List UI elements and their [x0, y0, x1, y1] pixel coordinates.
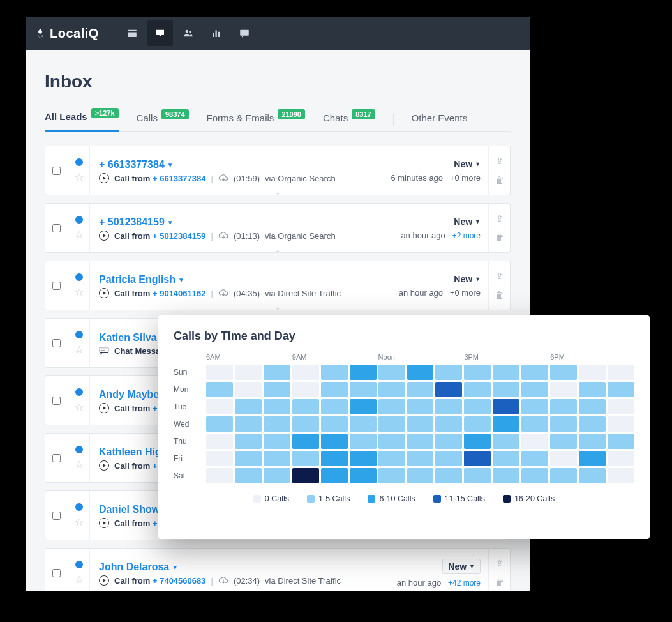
heatmap-cell[interactable] [608, 451, 634, 466]
heatmap-cell[interactable] [550, 365, 577, 380]
expand-caret-icon[interactable]: ⌄ [275, 304, 280, 311]
heatmap-cell[interactable] [407, 451, 434, 466]
heatmap-cell[interactable] [608, 416, 634, 432]
caret-down-icon[interactable]: ▼ [178, 277, 184, 284]
heatmap-cell[interactable] [407, 468, 434, 483]
heatmap-cell[interactable] [435, 416, 462, 432]
heatmap-cell[interactable] [407, 365, 434, 380]
heatmap-cell[interactable] [264, 416, 290, 432]
heatmap-cell[interactable] [321, 434, 348, 449]
heatmap-cell[interactable] [464, 434, 491, 449]
heatmap-cell[interactable] [608, 399, 634, 414]
star-icon[interactable]: ☆ [75, 573, 84, 586]
heatmap-cell[interactable] [292, 416, 319, 432]
heatmap-cell[interactable] [264, 399, 290, 414]
share-icon[interactable]: ⇪ [496, 558, 504, 568]
nav-analytics-button[interactable] [204, 20, 229, 46]
caret-down-icon[interactable]: ▼ [167, 162, 174, 169]
heatmap-cell[interactable] [292, 468, 319, 483]
heatmap-cell[interactable] [264, 451, 290, 466]
heatmap-cell[interactable] [378, 365, 405, 380]
nav-messages-button[interactable] [232, 20, 257, 46]
more-link[interactable]: +2 more [452, 231, 481, 240]
tab-calls[interactable]: Calls98374 [137, 107, 189, 131]
heatmap-cell[interactable] [235, 451, 262, 466]
heatmap-cell[interactable] [435, 434, 462, 449]
share-icon[interactable]: ⇪ [496, 213, 504, 224]
heatmap-cell[interactable] [493, 365, 519, 380]
heatmap-cell[interactable] [206, 468, 233, 483]
heatmap-cell[interactable] [321, 365, 348, 380]
expand-caret-icon[interactable]: ⌄ [275, 247, 280, 254]
heatmap-cell[interactable] [407, 416, 434, 432]
star-icon[interactable]: ☆ [75, 401, 84, 413]
heatmap-cell[interactable] [550, 416, 577, 432]
heatmap-cell[interactable] [579, 468, 606, 483]
status-dropdown[interactable]: New ▼ [454, 274, 481, 284]
heatmap-cell[interactable] [378, 468, 405, 483]
status-dropdown[interactable]: New ▼ [454, 216, 481, 227]
star-icon[interactable]: ☆ [75, 171, 84, 183]
heatmap-cell[interactable] [579, 365, 606, 380]
lead-phone[interactable]: + 6613377384 [153, 174, 206, 183]
heatmap-cell[interactable] [350, 399, 377, 414]
heatmap-cell[interactable] [464, 399, 491, 414]
lead-body[interactable]: John Delarosa ▼Call from + 7404560683 | … [90, 549, 373, 591]
play-button[interactable] [99, 288, 109, 298]
status-dropdown[interactable]: New ▼ [442, 559, 481, 574]
trash-icon[interactable]: 🗑 [495, 290, 504, 300]
trash-icon[interactable]: 🗑 [495, 175, 504, 185]
lead-title[interactable]: + 5012384159 ▼ [99, 216, 364, 228]
heatmap-cell[interactable] [435, 468, 462, 483]
heatmap-cell[interactable] [493, 416, 519, 432]
lead-checkbox[interactable] [52, 454, 61, 462]
heatmap-cell[interactable] [206, 365, 233, 380]
lead-body[interactable]: Patricia English ▼Call from + 9014061162… [90, 261, 373, 310]
caret-down-icon[interactable]: ▼ [167, 219, 174, 226]
nav-store-button[interactable] [119, 20, 145, 46]
star-icon[interactable]: ☆ [75, 229, 84, 241]
heatmap-cell[interactable] [235, 416, 262, 432]
star-icon[interactable]: ☆ [75, 516, 84, 528]
download-icon[interactable] [218, 289, 228, 298]
heatmap-cell[interactable] [350, 365, 377, 380]
heatmap-cell[interactable] [264, 382, 290, 397]
trash-icon[interactable]: 🗑 [495, 232, 504, 243]
heatmap-cell[interactable] [608, 365, 634, 380]
heatmap-cell[interactable] [464, 451, 491, 466]
heatmap-cell[interactable] [435, 399, 462, 414]
heatmap-cell[interactable] [407, 399, 434, 414]
star-icon[interactable]: ☆ [75, 459, 84, 471]
heatmap-cell[interactable] [493, 451, 519, 466]
heatmap-cell[interactable] [521, 365, 548, 380]
tab-other-events[interactable]: Other Events [412, 107, 468, 131]
share-icon[interactable]: ⇪ [496, 271, 504, 281]
lead-phone[interactable]: + 9014061162 [153, 289, 206, 298]
heatmap-cell[interactable] [321, 451, 348, 466]
heatmap-cell[interactable] [435, 451, 462, 466]
lead-checkbox[interactable] [52, 397, 61, 405]
heatmap-cell[interactable] [579, 399, 606, 414]
heatmap-cell[interactable] [206, 451, 233, 466]
heatmap-cell[interactable] [321, 382, 348, 397]
heatmap-cell[interactable] [321, 468, 348, 483]
heatmap-cell[interactable] [521, 434, 548, 449]
heatmap-cell[interactable] [264, 434, 290, 449]
play-button[interactable] [99, 403, 109, 413]
lead-checkbox[interactable] [52, 282, 61, 290]
lead-title[interactable]: Patricia English ▼ [99, 274, 364, 285]
play-button[interactable] [99, 575, 109, 586]
heatmap-cell[interactable] [292, 399, 319, 414]
heatmap-cell[interactable] [235, 434, 262, 449]
heatmap-cell[interactable] [464, 416, 491, 432]
heatmap-cell[interactable] [264, 468, 290, 483]
heatmap-cell[interactable] [493, 382, 519, 397]
heatmap-cell[interactable] [608, 434, 634, 449]
tab-all-leads[interactable]: All Leads>127k [45, 106, 119, 132]
share-icon[interactable]: ⇪ [496, 156, 504, 166]
more-link[interactable]: +42 more [448, 579, 481, 588]
lead-title[interactable]: + 6613377384 ▼ [99, 159, 364, 171]
heatmap-cell[interactable] [464, 468, 491, 483]
heatmap-cell[interactable] [206, 382, 233, 397]
heatmap-cell[interactable] [521, 382, 548, 397]
